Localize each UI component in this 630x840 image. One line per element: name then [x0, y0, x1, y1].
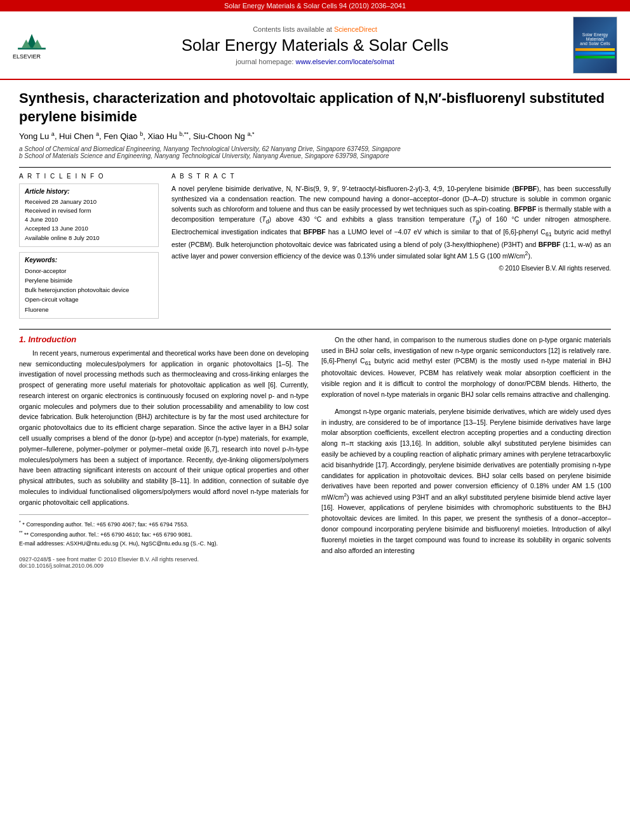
abstract-label: A B S T R A C T	[171, 173, 611, 180]
footnote-2: ** ** Corresponding author. Tel.: +65 67…	[19, 529, 309, 539]
abstract-text: A novel perylene bisimide derivative, N,…	[171, 183, 611, 261]
abstract-col: A B S T R A C T A novel perylene bisimid…	[171, 173, 611, 319]
keyword-2: Bulk heterojunction photovoltaic device	[25, 285, 153, 295]
footnotes: * * Corresponding author. Tel.: +65 6790…	[19, 514, 309, 549]
divider-2	[19, 329, 611, 330]
keywords-title: Keywords:	[25, 257, 153, 263]
body-col-right: On the other hand, in comparison to the …	[321, 335, 611, 569]
keyword-4: Fluorene	[25, 305, 153, 314]
body-columns: 1. Introduction In recent years, numerou…	[19, 335, 611, 569]
section-1-heading: 1. Introduction	[19, 335, 309, 344]
doi-line: doi:10.1016/j.solmat.2010.06.009	[19, 563, 309, 569]
top-banner: Solar Energy Materials & Solar Cells 94 …	[0, 0, 630, 11]
journal-header: ELSEVIER Contents lists available at Sci…	[0, 11, 630, 80]
journal-homepage: journal homepage: www.elsevier.com/locat…	[57, 58, 573, 65]
keywords-box: Keywords: Donor-acceptor Perylene bisimi…	[19, 252, 159, 319]
main-content: Synthesis, characterization and photovol…	[0, 80, 630, 578]
journal-title: Solar Energy Materials & Solar Cells	[57, 36, 573, 55]
sciencedirect-link: Contents lists available at ScienceDirec…	[57, 25, 573, 33]
history-accepted: Accepted 13 June 2010	[25, 224, 153, 233]
intro-para-3: Amongst n-type organic materials, peryle…	[321, 406, 611, 556]
article-columns: A R T I C L E I N F O Article history: R…	[19, 173, 611, 319]
divider-1	[19, 167, 611, 168]
footnote-1: * * Corresponding author. Tel.: +65 6790…	[19, 519, 309, 529]
intro-para-2: On the other hand, in comparison to the …	[321, 335, 611, 400]
svg-rect-0	[18, 48, 46, 50]
banner-text: Solar Energy Materials & Solar Cells 94 …	[224, 2, 406, 10]
elsevier-tree-icon	[13, 31, 51, 53]
homepage-link[interactable]: www.elsevier.com/locate/solmat	[295, 58, 394, 65]
affiliation-b: b School of Materials Science and Engine…	[19, 152, 611, 159]
article-info-label: A R T I C L E I N F O	[19, 173, 159, 180]
article-title: Synthesis, characterization and photovol…	[19, 90, 611, 126]
article-history-box: Article history: Received 28 January 201…	[19, 183, 159, 247]
keyword-1: Perylene bisimide	[25, 276, 153, 285]
sciencedirect-anchor[interactable]: ScienceDirect	[334, 25, 377, 33]
elsevier-logo: ELSEVIER	[13, 31, 57, 60]
elsevier-logo-text: ELSEVIER	[13, 53, 41, 60]
affiliation-a: a School of Chemical and Biomedical Engi…	[19, 145, 611, 152]
history-revised-date: 4 June 2010	[25, 215, 153, 224]
keyword-3: Open-circuit voltage	[25, 295, 153, 304]
journal-cover: Solar Energy Materials and Solar Cells	[573, 17, 617, 74]
history-revised-label: Received in revised form	[25, 206, 153, 215]
affiliations: a School of Chemical and Biomedical Engi…	[19, 145, 611, 159]
history-online: Available online 8 July 2010	[25, 234, 153, 243]
keyword-0: Donor-acceptor	[25, 266, 153, 276]
issn-line: 0927-0248/$ - see front matter © 2010 El…	[19, 556, 309, 563]
body-col-left: 1. Introduction In recent years, numerou…	[19, 335, 309, 569]
history-title: Article history:	[25, 188, 153, 195]
article-info-col: A R T I C L E I N F O Article history: R…	[19, 173, 159, 319]
authors: Yong Lu a, Hui Chen a, Fen Qiao b, Xiao …	[19, 131, 611, 141]
copyright-line: © 2010 Elsevier B.V. All rights reserved…	[171, 265, 611, 272]
bottom-notice: 0927-0248/$ - see front matter © 2010 El…	[19, 556, 309, 569]
journal-header-center: Contents lists available at ScienceDirec…	[57, 25, 573, 65]
intro-para-1: In recent years, numerous experimental a…	[19, 348, 309, 508]
footnote-email: E-mail addresses: ASXHU@ntu.edu.sg (X. H…	[19, 539, 309, 548]
history-received: Received 28 January 2010	[25, 197, 153, 206]
